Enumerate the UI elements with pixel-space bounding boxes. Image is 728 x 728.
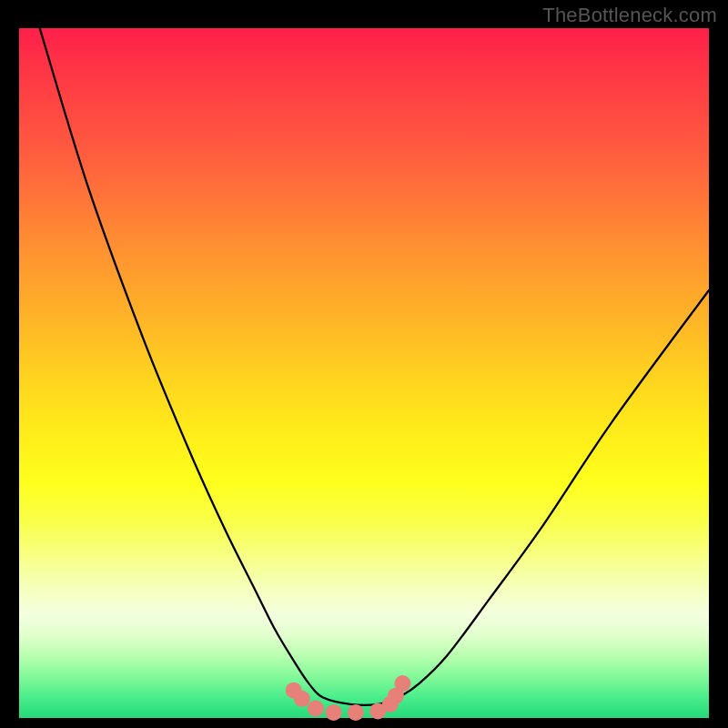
data-marker bbox=[348, 704, 364, 721]
marker-group bbox=[286, 675, 411, 721]
data-marker bbox=[326, 704, 342, 721]
curve-path bbox=[40, 28, 709, 705]
app-frame: TheBottleneck.com bbox=[0, 0, 728, 728]
data-marker bbox=[394, 675, 410, 692]
watermark-text: TheBottleneck.com bbox=[542, 4, 717, 27]
bottleneck-curve bbox=[19, 28, 709, 718]
chart-area bbox=[19, 28, 709, 718]
data-marker bbox=[294, 691, 310, 707]
data-marker bbox=[308, 700, 324, 716]
